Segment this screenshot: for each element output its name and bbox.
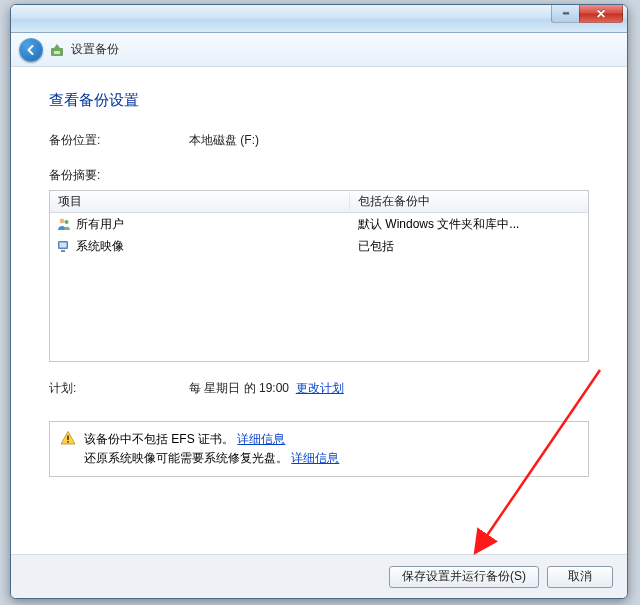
backup-summary-table: 项目 包括在备份中 所有用户 默认 Windows 文件夹和库中... 系统映 bbox=[49, 190, 589, 362]
table-row[interactable]: 所有用户 默认 Windows 文件夹和库中... bbox=[50, 213, 588, 235]
system-image-icon bbox=[56, 238, 72, 254]
summary-row: 备份摘要: bbox=[49, 167, 589, 184]
page-heading: 查看备份设置 bbox=[49, 91, 589, 110]
schedule-value-wrap: 每 星期日 的 19:00 更改计划 bbox=[189, 380, 344, 397]
save-and-run-backup-button[interactable]: 保存设置并运行备份(S) bbox=[389, 566, 539, 588]
cancel-button[interactable]: 取消 bbox=[547, 566, 613, 588]
details-link-1[interactable]: 详细信息 bbox=[237, 432, 285, 446]
arrow-left-icon bbox=[25, 44, 37, 56]
warning-box: 该备份中不包括 EFS 证书。 详细信息 还原系统映像可能需要系统修复光盘。 详… bbox=[49, 421, 589, 477]
close-button[interactable]: ✕ bbox=[579, 5, 623, 23]
warning-line1: 该备份中不包括 EFS 证书。 bbox=[84, 432, 234, 446]
svg-point-3 bbox=[65, 220, 69, 224]
warning-text: 该备份中不包括 EFS 证书。 详细信息 还原系统映像可能需要系统修复光盘。 详… bbox=[84, 430, 339, 468]
details-link-2[interactable]: 详细信息 bbox=[291, 451, 339, 465]
navbar: 设置备份 bbox=[11, 33, 627, 67]
svg-rect-8 bbox=[67, 441, 69, 443]
location-label: 备份位置: bbox=[49, 132, 189, 149]
location-value: 本地磁盘 (F:) bbox=[189, 132, 259, 149]
schedule-label: 计划: bbox=[49, 380, 189, 397]
schedule-value: 每 星期日 的 19:00 bbox=[189, 381, 289, 395]
column-header-included[interactable]: 包括在备份中 bbox=[350, 193, 588, 210]
content-area: 查看备份设置 备份位置: 本地磁盘 (F:) 备份摘要: 项目 包括在备份中 所… bbox=[11, 67, 627, 477]
row-name: 所有用户 bbox=[76, 216, 124, 233]
location-row: 备份位置: 本地磁盘 (F:) bbox=[49, 132, 589, 149]
dialog-window: ━ ✕ 设置备份 查看备份设置 备份位置: 本地磁盘 (F:) 备份摘要: 项目… bbox=[10, 4, 628, 599]
table-row[interactable]: 系统映像 已包括 bbox=[50, 235, 588, 257]
backup-icon bbox=[49, 42, 65, 58]
row-included: 默认 Windows 文件夹和库中... bbox=[350, 216, 588, 233]
summary-label: 备份摘要: bbox=[49, 167, 189, 184]
minimize-button[interactable]: ━ bbox=[551, 5, 579, 23]
svg-rect-7 bbox=[67, 436, 69, 441]
titlebar: ━ ✕ bbox=[11, 5, 627, 33]
warning-icon bbox=[60, 430, 76, 446]
svg-rect-6 bbox=[61, 250, 65, 252]
footer: 保存设置并运行备份(S) 取消 bbox=[11, 554, 627, 598]
nav-title: 设置备份 bbox=[71, 41, 119, 58]
users-icon bbox=[56, 216, 72, 232]
svg-rect-5 bbox=[60, 243, 67, 248]
warning-line2: 还原系统映像可能需要系统修复光盘。 bbox=[84, 451, 288, 465]
svg-rect-1 bbox=[54, 51, 60, 54]
back-button[interactable] bbox=[19, 38, 43, 62]
svg-point-2 bbox=[60, 219, 65, 224]
row-included: 已包括 bbox=[350, 238, 588, 255]
row-name: 系统映像 bbox=[76, 238, 124, 255]
schedule-row: 计划: 每 星期日 的 19:00 更改计划 bbox=[49, 380, 589, 397]
change-schedule-link[interactable]: 更改计划 bbox=[296, 381, 344, 395]
column-header-item[interactable]: 项目 bbox=[50, 193, 350, 210]
